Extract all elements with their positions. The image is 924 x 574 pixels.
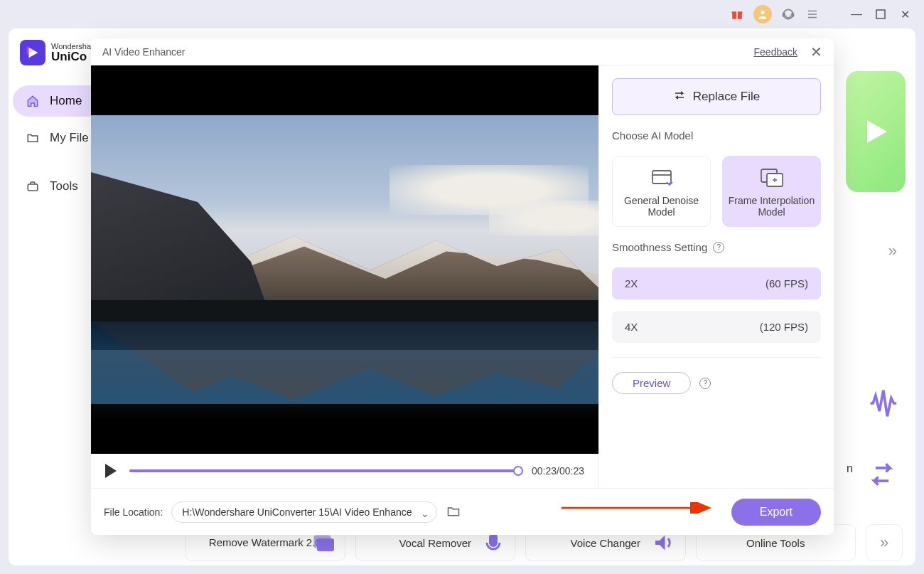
- choose-model-label: Choose AI Model: [612, 129, 821, 142]
- more-tools-button[interactable]: »: [866, 524, 903, 561]
- open-folder-button[interactable]: [446, 504, 464, 520]
- carousel-next-icon[interactable]: »: [888, 242, 897, 260]
- home-icon: [26, 94, 40, 108]
- bg-tool-partial-label: n: [847, 462, 853, 475]
- smoothness-label: Smoothness Setting: [612, 241, 707, 253]
- modal-title: AI Video Enhancer: [102, 46, 186, 58]
- chevron-down-icon: ⌄: [421, 508, 429, 519]
- toolbox-icon: [26, 179, 40, 193]
- svg-rect-16: [317, 538, 334, 551]
- svg-point-3: [761, 11, 764, 14]
- smoothness-4x[interactable]: 4X (120 FPS): [612, 311, 821, 343]
- noise-icon: [861, 383, 903, 424]
- file-location-label: File Location:: [104, 506, 163, 518]
- time-display: 00:23/00:23: [532, 465, 584, 477]
- close-modal-button[interactable]: ✕: [810, 43, 822, 60]
- ai-video-enhancer-modal: AI Video Enhancer Feedback ✕ 00:23/00: [91, 38, 834, 535]
- export-button[interactable]: Export: [731, 499, 821, 526]
- frame-icon: [760, 168, 784, 188]
- support-icon[interactable]: [780, 6, 796, 22]
- swap-icon: [673, 89, 686, 105]
- promo-card: [846, 71, 906, 192]
- smoothness-2x[interactable]: 2X (60 FPS): [612, 267, 821, 299]
- video-preview[interactable]: [91, 65, 598, 454]
- preview-button[interactable]: Preview: [612, 372, 691, 394]
- folder-icon: [26, 131, 40, 145]
- help-icon[interactable]: ?: [713, 242, 724, 253]
- app-logo: WondershareUniCo: [20, 40, 98, 65]
- help-icon[interactable]: ?: [699, 378, 711, 389]
- gift-icon[interactable]: [729, 6, 745, 22]
- model-frame-interpolation[interactable]: Frame Interpolation Model: [722, 156, 821, 227]
- sidebar-item-label: Tools: [50, 179, 78, 193]
- svg-rect-2: [736, 11, 738, 19]
- svg-rect-5: [783, 13, 785, 16]
- sidebar-item-label: My File: [50, 131, 89, 145]
- svg-rect-6: [792, 13, 794, 16]
- swap-icon: [861, 454, 903, 495]
- feedback-link[interactable]: Feedback: [754, 46, 797, 58]
- svg-rect-10: [876, 10, 885, 18]
- seek-slider[interactable]: [129, 469, 519, 472]
- menu-icon[interactable]: [805, 6, 820, 22]
- denoise-icon: [650, 168, 674, 188]
- close-window-button[interactable]: ✕: [897, 6, 913, 22]
- play-button[interactable]: [105, 464, 117, 478]
- minimize-button[interactable]: —: [849, 6, 864, 22]
- replace-file-button[interactable]: Replace File: [612, 78, 821, 115]
- model-general-denoise[interactable]: General Denoise Model: [612, 156, 711, 227]
- sidebar-item-label: Home: [50, 94, 82, 108]
- svg-marker-14: [867, 120, 887, 143]
- svg-rect-13: [28, 184, 38, 191]
- file-location-dropdown[interactable]: H:\Wondershare UniConverter 15\AI Video …: [171, 501, 436, 523]
- user-avatar-icon[interactable]: [753, 5, 772, 23]
- maximize-button[interactable]: [873, 6, 888, 22]
- svg-rect-17: [652, 171, 671, 184]
